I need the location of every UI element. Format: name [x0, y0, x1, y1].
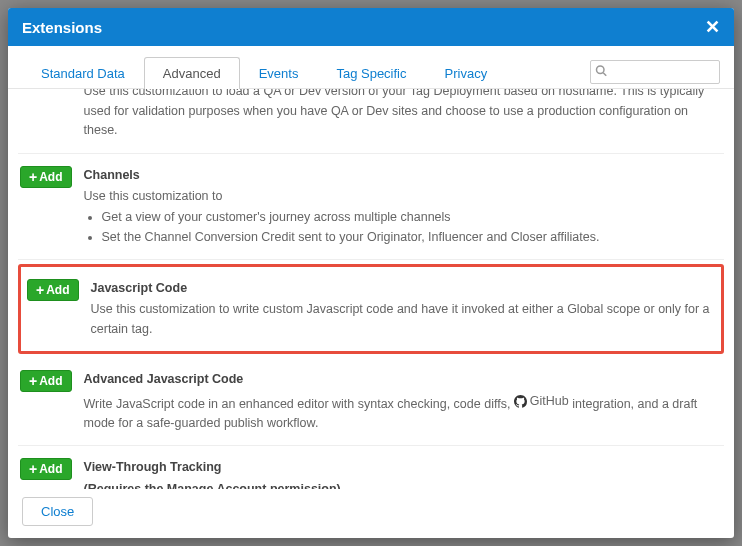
extensions-modal: Extensions ✕ Standard Data Advanced Even… [8, 8, 734, 538]
modal-footer: Close [8, 489, 734, 538]
ext-domain-deployment: +Add Domain Based Deployment Use this cu… [18, 89, 724, 154]
ext-desc: Use this customization to load a QA or D… [84, 89, 722, 141]
ext-subtitle: (Requires the Manage Account permission) [84, 480, 722, 489]
tab-advanced[interactable]: Advanced [144, 57, 240, 89]
plus-icon: + [29, 170, 37, 184]
tab-bar: Standard Data Advanced Events Tag Specif… [8, 46, 734, 89]
plus-icon: + [29, 462, 37, 476]
add-button[interactable]: +Add [20, 458, 72, 480]
svg-point-0 [597, 66, 605, 74]
tab-tag-specific[interactable]: Tag Specific [317, 57, 425, 89]
add-button[interactable]: +Add [20, 370, 72, 392]
ext-javascript-code: +Add Javascript Code Use this customizat… [18, 264, 724, 354]
ext-channels: +Add Channels Use this customization to … [18, 154, 724, 261]
search-icon [595, 65, 607, 80]
tab-privacy[interactable]: Privacy [426, 57, 507, 89]
modal-header: Extensions ✕ [8, 8, 734, 46]
ext-desc: Use this customization to write custom J… [91, 300, 715, 339]
search-wrap [590, 60, 720, 84]
ext-advanced-js: +Add Advanced Javascript Code Write Java… [18, 358, 724, 446]
ext-title: Javascript Code [91, 279, 715, 298]
tab-standard-data[interactable]: Standard Data [22, 57, 144, 89]
modal-title: Extensions [22, 19, 102, 36]
github-icon [514, 395, 527, 408]
ext-title: Advanced Javascript Code [84, 370, 722, 389]
search-input[interactable] [590, 60, 720, 84]
github-inline: GitHub [514, 392, 569, 411]
extensions-list[interactable]: +Add Domain Based Deployment Use this cu… [8, 89, 734, 489]
ext-view-through: +Add View-Through Tracking (Requires the… [18, 446, 724, 489]
ext-desc: Write JavaScript code in an enhanced edi… [84, 392, 722, 434]
list-item: Set the Channel Conversion Credit sent t… [102, 228, 722, 247]
plus-icon: + [29, 374, 37, 388]
list-item: Get a view of your customer's journey ac… [102, 208, 722, 227]
plus-icon: + [36, 283, 44, 297]
tab-events[interactable]: Events [240, 57, 318, 89]
ext-desc: Use this customization to [84, 187, 722, 206]
close-button[interactable]: Close [22, 497, 93, 526]
add-button[interactable]: +Add [27, 279, 79, 301]
ext-title: View-Through Tracking [84, 458, 722, 477]
ext-title: Channels [84, 166, 722, 185]
add-button[interactable]: +Add [20, 166, 72, 188]
svg-line-1 [603, 73, 606, 76]
close-icon[interactable]: ✕ [705, 18, 720, 36]
